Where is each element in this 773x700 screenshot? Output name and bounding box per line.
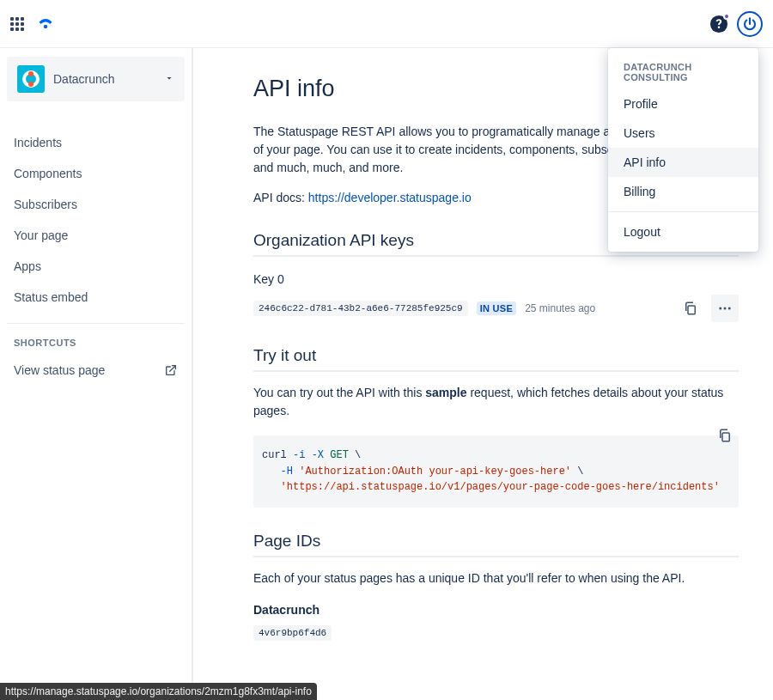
docs-link[interactable]: https://developer.statuspage.io (308, 191, 472, 204)
avatar-button[interactable] (737, 11, 763, 37)
section-try-it-out: Try it out (253, 346, 739, 372)
browser-status-url: https://manage.statuspage.io/organizatio… (0, 683, 317, 700)
topbar-left (10, 16, 53, 32)
key-timestamp: 25 minutes ago (525, 302, 595, 314)
page-id-value: 4v6r9bp6f4d6 (253, 625, 332, 641)
notification-dot-icon (723, 13, 730, 20)
dropdown-header: DATACRUNCH CONSULTING (608, 53, 758, 89)
copy-icon (683, 301, 698, 316)
dropdown-api-info[interactable]: API info (608, 148, 758, 177)
copy-code-button[interactable] (711, 422, 739, 449)
svg-rect-6 (722, 433, 729, 441)
dropdown-users[interactable]: Users (608, 119, 758, 148)
svg-point-5 (728, 307, 731, 310)
svg-point-3 (719, 307, 721, 310)
sidebar-item-status-embed[interactable]: Status embed (7, 282, 185, 313)
sidebar-item-components[interactable]: Components (7, 158, 185, 189)
status-badge: IN USE (477, 301, 516, 315)
page-id-name: Datacrunch (253, 603, 739, 617)
key-label: Key 0 (253, 272, 739, 286)
shortcut-view-status-page[interactable]: View status page (7, 358, 185, 382)
shortcut-label: View status page (14, 363, 105, 377)
try-text: You can try out the API with this sample… (253, 384, 739, 420)
copy-icon (717, 428, 733, 443)
avatar-power-icon (742, 16, 758, 32)
page-selector[interactable]: Datacrunch (7, 57, 185, 101)
shortcuts-heading: SHORTCUTS (7, 338, 185, 358)
api-key-value: 246c6c22-d781-43b2-a6e6-77285fe925c9 (253, 301, 468, 316)
sidebar-item-subscribers[interactable]: Subscribers (7, 189, 185, 220)
copy-key-button[interactable] (677, 295, 704, 322)
page-logo-icon (17, 65, 45, 93)
page-ids-text: Each of your status pages has a unique I… (253, 569, 739, 587)
dropdown-billing[interactable]: Billing (608, 177, 758, 206)
topbar-right (709, 11, 763, 37)
dropdown-profile[interactable]: Profile (608, 89, 758, 119)
user-dropdown: DATACRUNCH CONSULTING Profile Users API … (608, 48, 758, 252)
svg-point-4 (724, 307, 727, 310)
svg-point-0 (44, 24, 48, 28)
dropdown-logout[interactable]: Logout (608, 217, 758, 247)
help-button[interactable] (709, 15, 728, 33)
page-id-block: Datacrunch 4v6r9bp6f4d6 (253, 603, 739, 639)
sidebar: Datacrunch Incidents Components Subscrib… (0, 48, 193, 700)
api-key-block: Key 0 246c6c22-d781-43b2-a6e6-77285fe925… (253, 272, 739, 322)
code-sample: curl -i -X GET \ -H 'Authorization:OAuth… (253, 435, 739, 508)
statuspage-logo-icon[interactable] (38, 16, 53, 32)
app-switcher-icon[interactable] (10, 17, 24, 31)
sidebar-item-apps[interactable]: Apps (7, 251, 185, 282)
docs-label: API docs: (253, 191, 308, 204)
chevron-down-icon (164, 71, 174, 87)
more-icon (717, 301, 733, 316)
page-name: Datacrunch (53, 72, 155, 86)
section-page-ids: Page IDs (253, 532, 739, 557)
sidebar-item-incidents[interactable]: Incidents (7, 127, 185, 158)
sidebar-item-your-page[interactable]: Your page (7, 220, 185, 251)
key-row: 246c6c22-d781-43b2-a6e6-77285fe925c9 IN … (253, 295, 739, 322)
topbar (0, 0, 773, 48)
more-actions-button[interactable] (711, 295, 739, 322)
divider (608, 211, 758, 212)
external-link-icon (164, 363, 178, 377)
svg-rect-2 (688, 306, 695, 314)
divider (7, 323, 185, 324)
code-sample-wrapper: curl -i -X GET \ -H 'Authorization:OAuth… (253, 435, 739, 508)
